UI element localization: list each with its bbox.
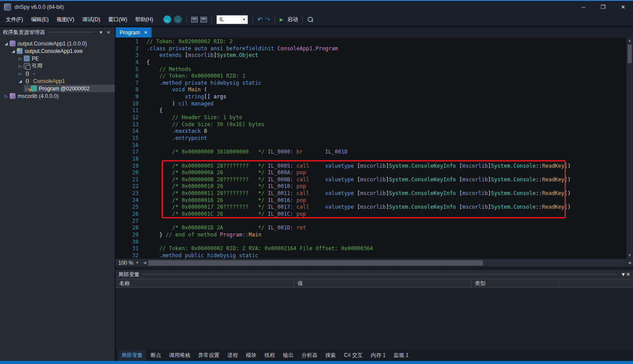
code-line[interactable]: 26 /* 0x0000001C 26 */ IL_001C: pop	[117, 211, 633, 218]
locals-column-3[interactable]: 类型	[471, 279, 559, 287]
menu-item[interactable]: 帮助(H)	[131, 13, 157, 26]
scroll-left-icon[interactable]: ◀	[143, 260, 146, 266]
code-line[interactable]: 21 /* 0x0000000B 28???????? */ IL_000B: …	[117, 176, 633, 184]
scroll-right-icon[interactable]: ▶	[629, 260, 632, 266]
code-line[interactable]: 32 .method public hidebysig static	[117, 252, 633, 259]
menu-item[interactable]: 视图(V)	[53, 13, 78, 26]
locals-column-1[interactable]: 名称	[116, 279, 294, 287]
collapse-arrow-icon[interactable]: ▷	[3, 94, 10, 98]
scroll-up-icon[interactable]: ▲	[629, 38, 631, 44]
tool-tab[interactable]: 监视 1	[391, 350, 412, 361]
tool-tab[interactable]: 输出	[280, 350, 297, 361]
code-line[interactable]: 18	[117, 156, 633, 163]
expand-arrow-icon[interactable]: ◢	[3, 41, 10, 46]
tool-tab[interactable]: 进程	[224, 350, 241, 361]
menu-item[interactable]: 文件(F)	[2, 13, 27, 26]
menu-item[interactable]: 窗口(W)	[104, 13, 131, 26]
tool-tab[interactable]: 调用堆栈	[166, 350, 193, 361]
code-line[interactable]: 20 /* 0x0000000A 26 */ IL_000A: pop	[117, 169, 633, 176]
code-line[interactable]: 12 // Header Size: 1 byte	[117, 114, 633, 121]
code-line[interactable]: 23 /* 0x00000011 28???????? */ IL_0011: …	[117, 190, 633, 197]
tree-node[interactable]: ▷PE	[0, 55, 115, 62]
collapse-arrow-icon[interactable]: ▷	[17, 71, 24, 76]
code-line[interactable]: 22 /* 0x00000010 26 */ IL_0010: pop	[117, 183, 633, 190]
tool-tab[interactable]: 内存 1	[368, 350, 389, 361]
code-line[interactable]: 24 /* 0x00000016 26 */ IL_0016: pop	[117, 197, 633, 204]
start-debug-icon[interactable]: ▶	[279, 17, 283, 23]
tool-tab[interactable]: C# 交互	[341, 350, 366, 361]
code-line[interactable]: 15 .entrypoint	[117, 135, 633, 142]
code-line[interactable]: 27	[117, 218, 633, 225]
panel-menu-icon[interactable]: ▼	[97, 30, 105, 35]
tree-node[interactable]: ◢output.ConsoleApp1 (1.0.0.0)	[0, 40, 115, 47]
search-icon[interactable]	[307, 16, 313, 23]
tree-node[interactable]: ◢{}ConsoleApp1	[0, 77, 115, 85]
code-line[interactable]: 13 // Code Size: 30 (0x1E) bytes	[117, 121, 633, 128]
open-file-icon[interactable]	[191, 17, 198, 23]
panel-splitter[interactable]	[116, 266, 633, 270]
code-line[interactable]: 25 /* 0x00000017 28???????? */ IL_0017: …	[117, 204, 633, 211]
menu-item[interactable]: 调试(D)	[78, 13, 104, 26]
code-line[interactable]: 16	[117, 142, 633, 149]
windows-icon[interactable]	[200, 17, 207, 23]
code-line[interactable]: 10 ) cil managed	[117, 101, 633, 108]
code-line[interactable]: 8 void Main (	[117, 86, 633, 94]
tree-node[interactable]: ▷{}-	[0, 70, 115, 77]
code-line[interactable]: 4{	[117, 59, 633, 66]
code-line[interactable]: 2.class private auto ansi beforefieldini…	[117, 45, 633, 53]
code-line[interactable]: 31 // Token: 0x06000002 RID: 2 RVA: 0x00…	[117, 245, 633, 252]
tool-tab[interactable]: 异常设置	[195, 350, 222, 361]
code-line[interactable]: 28 /* 0x0000001D 2A */ IL_001D: ret	[117, 225, 633, 232]
vertical-scrollbar-thumb[interactable]	[628, 45, 632, 63]
panel-menu-icon[interactable]: ▼	[621, 271, 626, 278]
navigate-back-button[interactable]: ←	[163, 15, 171, 23]
chevron-down-icon[interactable]: ▼	[241, 15, 248, 24]
locals-column-2[interactable]: 值	[294, 279, 471, 287]
tree-node-content[interactable]: ▷Program @02000002	[24, 85, 115, 92]
tool-tab[interactable]: 断点	[147, 350, 164, 361]
collapse-arrow-icon[interactable]: ▷	[17, 64, 24, 68]
code-line[interactable]: 5 // Methods	[117, 66, 633, 73]
code-line[interactable]: 9 string[] args	[117, 94, 633, 101]
tool-tab[interactable]: 分析器	[298, 350, 320, 361]
tree-node-content[interactable]: ▷PE	[17, 55, 115, 62]
tool-tab[interactable]: 搜索	[322, 350, 339, 361]
tree-node[interactable]: ◢output.ConsoleApp1.exe	[0, 47, 115, 55]
redo-button[interactable]: ↷	[265, 16, 271, 23]
navigate-forward-button[interactable]: →	[174, 15, 182, 23]
code-line[interactable]: 7 .method private hidebysig static	[117, 80, 633, 87]
code-line[interactable]: 1// Token: 0x02000002 RID: 2	[117, 38, 633, 45]
code-line[interactable]: 3 extends [mscorlib]System.Object	[117, 52, 633, 59]
tool-tab[interactable]: 局部变量	[118, 350, 146, 361]
undo-button[interactable]: ↶	[257, 16, 263, 23]
tool-tab[interactable]: 模块	[243, 350, 260, 361]
tree-node-content[interactable]: ▷{}-	[17, 70, 115, 77]
panel-close-icon[interactable]: ✕	[626, 271, 630, 278]
collapse-arrow-icon[interactable]: ▷	[17, 56, 24, 61]
code-line[interactable]: 11 {	[117, 107, 633, 114]
zoom-control[interactable]: 100 % ▼	[116, 260, 139, 266]
chevron-down-icon[interactable]: ▼	[136, 261, 139, 265]
start-button-label[interactable]: 启动	[287, 16, 298, 23]
panel-close-icon[interactable]: ✕	[105, 30, 112, 35]
tab-close-icon[interactable]: ✕	[144, 30, 147, 35]
code-line[interactable]: 30	[117, 239, 633, 246]
horizontal-scrollbar-thumb[interactable]	[148, 260, 483, 266]
tree-node[interactable]: ▷mscorlib (4.0.0.0)	[0, 92, 115, 100]
tree-node[interactable]: ▷Program @02000002	[0, 85, 115, 92]
tree-node[interactable]: ▷引用	[0, 62, 115, 70]
tree-node-content[interactable]: ◢output.ConsoleApp1.exe	[10, 47, 115, 55]
language-selector[interactable]: IL ▼	[216, 15, 248, 24]
tree-node-content[interactable]: ◢output.ConsoleApp1 (1.0.0.0)	[3, 40, 115, 47]
tool-tab[interactable]: 线程	[261, 350, 278, 361]
tree-node-content[interactable]: ▷mscorlib (4.0.0.0)	[3, 92, 115, 100]
tree-node-content[interactable]: ▷引用	[17, 62, 115, 70]
code-line[interactable]: 6 // Token: 0x06000001 RID: 1	[117, 73, 633, 80]
close-button[interactable]: ✕	[613, 1, 633, 13]
tree-node-content[interactable]: ◢{}ConsoleApp1	[17, 77, 115, 85]
tab-program[interactable]: Program ✕	[116, 27, 151, 38]
code-line[interactable]: 29 } // end of method Program::Main	[117, 232, 633, 239]
vertical-scrollbar[interactable]: ▲ ▼	[626, 38, 633, 259]
code-line[interactable]: 17 /* 0x00000000 3818000000 */ IL_0000: …	[117, 149, 633, 156]
menu-item[interactable]: 编辑(E)	[27, 13, 53, 26]
